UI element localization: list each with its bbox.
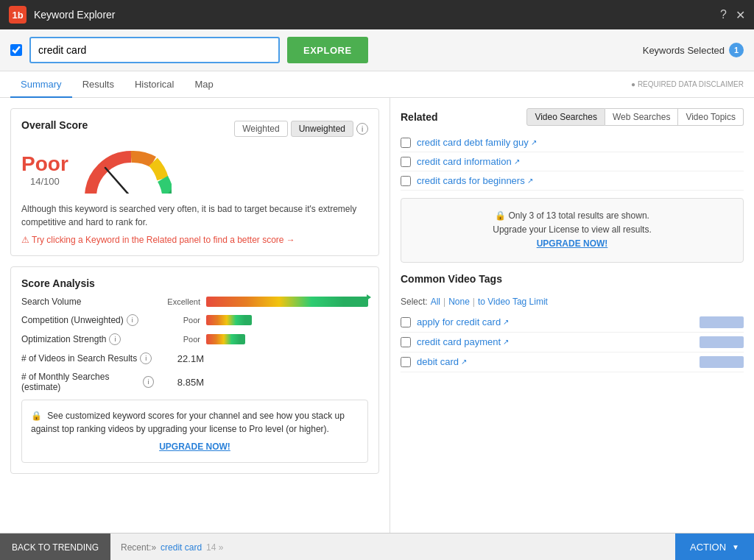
- bar-fill: [206, 334, 245, 344]
- gauge-svg: [83, 146, 172, 194]
- score-description: Although this keyword is searched very o…: [21, 202, 368, 229]
- score-label: Poor 14/100: [21, 152, 68, 187]
- overall-score-card: Overall Score Weighted Unweighted i Poor…: [10, 108, 379, 256]
- close-button[interactable]: ✕: [736, 8, 745, 22]
- related-title: Related: [401, 111, 438, 123]
- keyword-checkbox-1[interactable]: [401, 157, 411, 167]
- monthly-value: 8.85M: [160, 377, 204, 388]
- to-video-tag-limit-link[interactable]: to Video Tag Limit: [478, 297, 548, 307]
- external-icon-0: ↗: [531, 138, 537, 146]
- related-tab-video-searches[interactable]: Video Searches: [526, 108, 605, 126]
- tab-historical[interactable]: Historical: [124, 71, 184, 98]
- upgrade-tooltip-text: See customized keyword scores for your c…: [31, 411, 345, 434]
- score-tip: ⚠ Try clicking a Keyword in the Related …: [21, 235, 368, 245]
- select-all-link[interactable]: All: [431, 297, 440, 307]
- back-to-trending-button[interactable]: BACK TO TRENDING: [0, 534, 110, 561]
- keywords-selected-label: Keywords Selected: [643, 45, 725, 56]
- explore-button[interactable]: EXPLORE: [287, 37, 368, 63]
- keyword-item-2: credit cards for beginners ↗: [401, 171, 744, 191]
- search-input[interactable]: [29, 37, 280, 63]
- keyword-link-1[interactable]: credit card information ↗: [417, 156, 520, 167]
- analysis-row-competition: Competition (Unweighted) i Poor: [21, 314, 368, 326]
- bar-fill: [206, 297, 368, 307]
- monthly-searches-label: # of Monthly Searches (estimate) i: [21, 372, 154, 392]
- related-upgrade-link[interactable]: UPGRADE NOW!: [537, 238, 608, 249]
- action-label: ACTION: [690, 542, 726, 553]
- recent-bar: Recent:» credit card 14 »: [110, 542, 675, 553]
- tag-bar-1: [700, 336, 744, 348]
- keyword-checkbox-0[interactable]: [401, 138, 411, 148]
- tag-checkbox-1[interactable]: [401, 337, 411, 347]
- common-tags-header: Common Video Tags: [401, 273, 744, 292]
- weighted-btn[interactable]: Weighted: [234, 121, 287, 137]
- related-tabs: Video Searches Web Searches Video Topics: [526, 108, 744, 126]
- competition-bar: [206, 315, 368, 325]
- recent-label: Recent:»: [121, 542, 156, 553]
- related-tab-video-topics[interactable]: Video Topics: [678, 108, 744, 126]
- tag-ext-icon-2: ↗: [461, 358, 467, 366]
- unweighted-btn[interactable]: Unweighted: [291, 121, 353, 137]
- related-upgrade-box: 🔒 Only 3 of 13 total results are shown. …: [401, 198, 744, 263]
- videos-info-icon[interactable]: i: [140, 352, 152, 364]
- tag-checkbox-2[interactable]: [401, 357, 411, 367]
- search-volume-rating: Excellent: [160, 297, 200, 306]
- analysis-row-search-volume: Search Volume Excellent: [21, 297, 368, 307]
- search-bar: EXPLORE Keywords Selected 1: [0, 29, 754, 71]
- tag-ext-icon-1: ↗: [503, 338, 509, 346]
- app-title: Keyword Explorer: [34, 9, 720, 21]
- competition-info-icon[interactable]: i: [127, 314, 138, 326]
- tab-bar: Summary Results Historical Map ● REQUIRE…: [0, 71, 754, 98]
- tag-item-2: debit card ↗: [401, 352, 744, 372]
- tag-checkbox-0[interactable]: [401, 317, 411, 327]
- tag-item-0: apply for credit card ↗: [401, 313, 744, 333]
- app-logo: 1b: [9, 6, 27, 24]
- tag-link-1[interactable]: credit card payment ↗: [417, 336, 509, 347]
- tag-item-1: credit card payment ↗: [401, 333, 744, 352]
- score-analysis-title: Score Analysis: [21, 277, 368, 289]
- search-volume-bar: [206, 297, 368, 307]
- tag-link-2[interactable]: debit card ↗: [417, 356, 467, 367]
- tag-bar-0: [700, 316, 744, 328]
- analysis-row-monthly: # of Monthly Searches (estimate) i 8.85M: [21, 372, 368, 392]
- external-icon-2: ↗: [527, 177, 533, 185]
- select-none-link[interactable]: None: [448, 297, 470, 307]
- tag-link-0[interactable]: apply for credit card ↗: [417, 316, 509, 327]
- common-video-tags-section: Common Video Tags Select: All | None | t…: [401, 273, 744, 372]
- overall-score-title: Overall Score: [21, 119, 88, 131]
- disclaimer: ● REQUIRED DATA DISCLAIMER: [631, 80, 744, 88]
- keyword-checkbox-2[interactable]: [401, 176, 411, 186]
- upgrade-now-link[interactable]: UPGRADE NOW!: [31, 440, 359, 453]
- analysis-row-optimization: Optimization Strength i Poor: [21, 333, 368, 345]
- tab-map[interactable]: Map: [184, 71, 223, 98]
- title-bar: 1b Keyword Explorer ? ✕: [0, 0, 754, 29]
- score-info-icon[interactable]: i: [356, 123, 368, 135]
- common-tags-title: Common Video Tags: [401, 273, 502, 285]
- upgrade-box-text: 🔒 Only 3 of 13 total results are shown.: [412, 209, 733, 223]
- search-checkbox[interactable]: [10, 44, 22, 56]
- keyword-link-0[interactable]: credit card debt family guy ↗: [417, 137, 537, 148]
- action-button[interactable]: ACTION ▼: [675, 534, 754, 561]
- videos-label: # of Videos in Search Results i: [21, 352, 154, 364]
- tag-bar-2: [700, 356, 744, 368]
- optimization-info-icon[interactable]: i: [109, 333, 121, 345]
- score-body: Poor 14/100: [21, 146, 368, 194]
- optimization-rating: Poor: [160, 335, 200, 344]
- recent-credit-card-link[interactable]: credit card: [161, 542, 202, 553]
- keywords-count-badge: 1: [729, 43, 744, 57]
- left-panel: Overall Score Weighted Unweighted i Poor…: [0, 98, 390, 533]
- score-rating: Poor: [21, 152, 68, 176]
- lock-icon-2: 🔒: [495, 210, 506, 221]
- competition-rating: Poor: [160, 316, 200, 325]
- help-button[interactable]: ?: [720, 8, 727, 21]
- keyword-link-2[interactable]: credit cards for beginners ↗: [417, 175, 533, 186]
- lock-icon: 🔒: [31, 411, 42, 421]
- tab-summary[interactable]: Summary: [10, 71, 72, 98]
- action-arrow-icon: ▼: [732, 543, 739, 551]
- select-label: Select:: [401, 297, 428, 307]
- recent-count: 14 »: [206, 542, 223, 553]
- main-content: Overall Score Weighted Unweighted i Poor…: [0, 98, 754, 533]
- related-tab-web-searches[interactable]: Web Searches: [605, 108, 679, 126]
- tab-results[interactable]: Results: [72, 71, 124, 98]
- monthly-info-icon[interactable]: i: [143, 376, 154, 388]
- tag-ext-icon-0: ↗: [503, 318, 509, 326]
